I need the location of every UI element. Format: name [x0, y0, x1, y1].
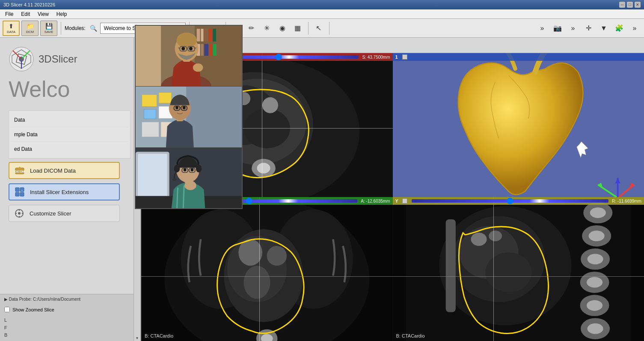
more2-button[interactable]: » — [566, 21, 580, 35]
panel-square-y — [402, 198, 407, 203]
dcm-button[interactable]: 📁 DCM — [21, 21, 39, 36]
load-dicom-button[interactable]: DICOM Load DICOM Data — [9, 162, 120, 179]
crosshair-v-bl — [259, 197, 260, 341]
scroll-down[interactable]: ▼ — [134, 335, 140, 341]
svg-point-123 — [190, 168, 193, 171]
data-probe-label: Data Probe: — [9, 297, 32, 302]
svg-point-94 — [189, 47, 193, 51]
window-controls: ─ □ ✕ — [619, 2, 641, 8]
svg-rect-113 — [138, 154, 167, 200]
list-item-data-label: Data — [14, 117, 25, 123]
save-icon: 💾 — [45, 23, 53, 30]
welcome-area: 3DSlicer Welco Data mple Data ed Data — [0, 38, 140, 294]
svg-rect-73 — [197, 29, 200, 42]
effect-button[interactable]: ✳ — [260, 21, 274, 35]
coord-f: F — [4, 324, 136, 332]
maximize-button[interactable]: □ — [627, 2, 633, 8]
svg-rect-13 — [20, 192, 24, 196]
logo-area: 3DSlicer — [9, 46, 77, 72]
crosshair-h-br — [393, 276, 644, 277]
more-button[interactable]: » — [535, 21, 549, 35]
dropdown-button[interactable]: ▼ — [597, 21, 611, 35]
zoom-checkbox[interactable] — [4, 307, 10, 312]
panel-letter-y: Y — [395, 198, 401, 203]
panel-val-r: S: 43.7500mm — [362, 55, 390, 60]
panel-header-bottom-right: Y R: -11.6699mm — [393, 197, 644, 205]
panel-number-1: 1 — [395, 54, 401, 60]
list-item-recent[interactable]: ed Data — [11, 142, 128, 156]
svg-line-115 — [177, 187, 178, 208]
customize-slicer-button[interactable]: Customize Slicer — [9, 205, 120, 222]
customize-slicer-label: Customize Slicer — [30, 210, 71, 217]
video-cell-3 — [136, 148, 242, 208]
install-extensions-label: Install Slicer Extensions — [30, 189, 89, 195]
sep5 — [329, 22, 329, 35]
toolbar-right: » 📷 » ✛ ▼ 🧩 » — [535, 21, 641, 35]
ct-coronal-overlay — [141, 197, 393, 341]
cursor-button[interactable]: ↖ — [312, 21, 326, 35]
menu-help[interactable]: Help — [53, 10, 71, 18]
screenshot-button[interactable]: 📷 — [551, 21, 564, 35]
data-probe-arrow: ▶ — [4, 297, 9, 302]
panel-bottom-right: Y R: -11.6699mm — [393, 197, 644, 341]
extensions-button[interactable]: 🧩 — [612, 21, 626, 35]
zoom-check-area: Show Zoomed Slice — [0, 304, 140, 315]
dicom-icon: DICOM — [14, 165, 26, 176]
list-item-sample-label: mple Data — [14, 132, 38, 138]
svg-point-110 — [183, 106, 186, 109]
svg-point-126 — [172, 178, 177, 181]
svg-rect-79 — [201, 44, 204, 56]
svg-marker-14 — [21, 190, 23, 191]
svg-marker-9 — [18, 167, 21, 168]
svg-rect-102 — [142, 122, 159, 137]
compass-button[interactable]: ✛ — [582, 21, 595, 35]
install-extensions-button[interactable]: Install Slicer Extensions — [9, 183, 120, 200]
svg-rect-81 — [209, 44, 212, 56]
svg-rect-100 — [144, 110, 156, 119]
minimize-button[interactable]: ─ — [619, 2, 625, 8]
crosshair-v-br — [493, 197, 494, 341]
panel-slider-y[interactable] — [412, 199, 609, 203]
svg-line-116 — [183, 185, 184, 208]
svg-rect-74 — [201, 29, 204, 42]
main-content: 3DSlicer Welco Data mple Data ed Data — [0, 38, 644, 341]
menu-view[interactable]: View — [34, 10, 52, 18]
menu-file[interactable]: File — [2, 10, 17, 18]
video-cell-1 — [136, 26, 242, 87]
close-button[interactable]: ✕ — [635, 2, 641, 8]
svg-rect-99 — [159, 93, 172, 103]
load-dicom-label: Load DICOM Data — [30, 168, 76, 174]
svg-rect-98 — [142, 95, 157, 107]
data-button[interactable]: ⬆ DATA — [3, 21, 20, 36]
svg-rect-76 — [209, 29, 212, 42]
video-overlay — [135, 25, 243, 209]
search-button[interactable]: 🔍 — [89, 24, 98, 33]
more3-button[interactable]: » — [628, 21, 641, 35]
grid-button[interactable]: ▦ — [291, 21, 305, 35]
list-item-data[interactable]: Data — [11, 113, 128, 127]
list-item-recent-label: ed Data — [14, 146, 32, 152]
zoom-label: Show Zoomed Slice — [12, 307, 54, 312]
sphere-button[interactable]: ◉ — [276, 21, 289, 35]
left-panel: 3DSlicer Welco Data mple Data ed Data — [0, 38, 141, 341]
save-button[interactable]: 💾 SAVE — [40, 21, 57, 36]
list-item-sample[interactable]: mple Data — [11, 127, 128, 142]
person3-video — [136, 148, 242, 208]
draw-button[interactable]: ✏ — [245, 21, 258, 35]
panel-header-top-right: 1 — [393, 53, 644, 61]
svg-point-87 — [176, 33, 196, 48]
dcm-icon: 📁 — [27, 23, 34, 30]
title-bar: 3D Slicer 4.11.20210226 ─ □ ✕ — [0, 0, 644, 9]
svg-rect-77 — [213, 29, 216, 42]
data-icon: ⬆ — [9, 23, 14, 30]
menu-edit[interactable]: Edit — [18, 10, 33, 18]
svg-point-109 — [175, 106, 178, 109]
crosshair-v-tl — [262, 53, 262, 197]
data-probe: ▶ Data Probe: C:/Users/niina/Document — [0, 294, 140, 304]
modules-label: Modules: — [65, 25, 86, 31]
svg-point-93 — [181, 47, 185, 51]
panel-top-right: 1 — [393, 53, 644, 197]
app-name: 3DSlicer — [39, 53, 77, 65]
panel-val-g: A: -12.6035mm — [361, 199, 390, 203]
sep1 — [61, 22, 61, 35]
